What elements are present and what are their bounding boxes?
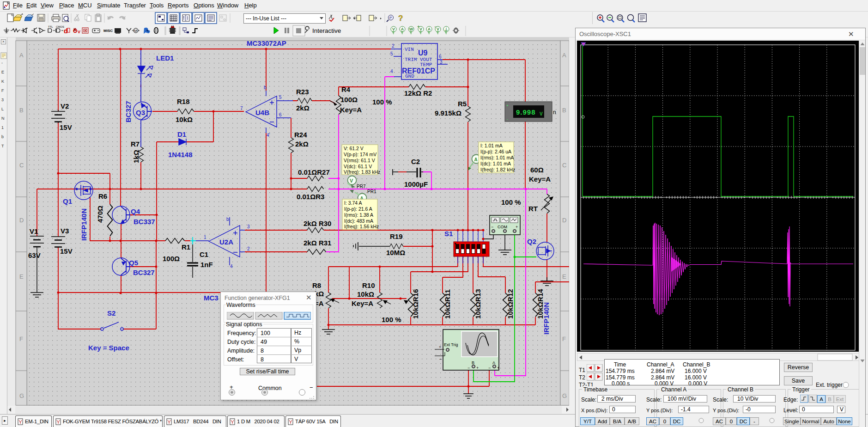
svg-text:9.998: 9.998 <box>516 108 536 116</box>
svg-text:R7: R7 <box>131 140 140 148</box>
svg-text:MISC: MISC <box>103 29 113 33</box>
svg-text:470Ω: 470Ω <box>96 206 104 223</box>
svg-text:1: 1 <box>204 235 206 240</box>
svg-text:V: V <box>78 30 80 34</box>
svg-text:IRFP140N: IRFP140N <box>542 302 550 335</box>
svg-text:-: - <box>1 61 3 65</box>
svg-text:2kΩ: 2kΩ <box>296 104 310 112</box>
svg-text:L: L <box>1 107 4 111</box>
svg-text:1000µF: 1000µF <box>404 180 428 188</box>
svg-text:9.915kΩ: 9.915kΩ <box>435 109 461 117</box>
svg-text:Key=A: Key=A <box>529 175 551 183</box>
svg-text:2: 2 <box>247 246 250 251</box>
svg-text:6: 6 <box>279 112 282 117</box>
svg-text:R18: R18 <box>177 98 190 105</box>
svg-text:BC337: BC337 <box>134 218 155 226</box>
svg-text:Q4: Q4 <box>131 207 140 215</box>
svg-text:3: 3 <box>440 60 443 65</box>
svg-text:5: 5 <box>279 95 282 100</box>
svg-text:V3: V3 <box>61 227 69 235</box>
svg-text:N: N <box>1 116 5 121</box>
svg-text:U4B: U4B <box>255 109 269 116</box>
svg-text:COM: COM <box>498 225 507 229</box>
svg-text:T: T <box>1 144 4 148</box>
svg-text:V: 61.2 V: V: 61.2 V <box>344 146 364 151</box>
svg-text:A: A <box>474 157 478 162</box>
svg-text:PR7: PR7 <box>357 184 366 189</box>
svg-text:P: P <box>389 16 392 20</box>
svg-text:CMOS: CMOS <box>56 25 64 28</box>
svg-text:V(dc): 61.1 V: V(dc): 61.1 V <box>344 164 372 169</box>
svg-text:V: V <box>437 27 439 31</box>
svg-text:100 %: 100 % <box>372 98 392 106</box>
svg-text:C: C <box>562 162 566 169</box>
svg-text:10kΩ: 10kΩ <box>176 116 193 123</box>
svg-text:−: − <box>439 357 442 362</box>
svg-text:Q2: Q2 <box>527 238 536 245</box>
svg-text:Key=A: Key=A <box>352 299 373 307</box>
svg-text:d: d <box>64 27 68 35</box>
svg-text:K: K <box>1 79 4 84</box>
svg-text:b: b <box>264 85 267 90</box>
svg-text:2kΩ R30: 2kΩ R30 <box>303 220 331 227</box>
svg-text:−: − <box>434 24 437 29</box>
svg-text:S2: S2 <box>107 309 115 317</box>
svg-text:R19: R19 <box>390 232 403 240</box>
svg-text:BC327: BC327 <box>124 101 132 122</box>
svg-text:I(dc): 483 mA: I(dc): 483 mA <box>344 218 373 224</box>
svg-text:F: F <box>562 336 566 342</box>
svg-text:I(rms): 1.38 A: I(rms): 1.38 A <box>344 212 373 218</box>
svg-text:10kΩR16: 10kΩR16 <box>412 289 419 319</box>
svg-text:10kΩR13: 10kΩR13 <box>474 289 482 319</box>
svg-text:R1: R1 <box>182 243 190 251</box>
svg-text:−: − <box>491 225 493 229</box>
svg-text:VIN: VIN <box>405 47 414 52</box>
svg-text:I: 3.74 A: I: 3.74 A <box>344 200 362 206</box>
svg-text:PR1: PR1 <box>367 189 376 194</box>
svg-text:100Ω: 100Ω <box>163 255 180 262</box>
svg-text:R4: R4 <box>341 85 351 93</box>
svg-text:?: ? <box>398 14 403 23</box>
svg-text:I: 1.01 mA: I: 1.01 mA <box>480 143 503 148</box>
svg-text:C2: C2 <box>411 158 420 165</box>
svg-text:BC327: BC327 <box>133 268 155 276</box>
svg-text:LED1: LED1 <box>156 54 174 62</box>
svg-text:V1: V1 <box>30 227 38 235</box>
svg-text:10kΩ: 10kΩ <box>357 290 374 298</box>
svg-text:R8: R8 <box>312 281 321 289</box>
svg-text:3: 3 <box>247 224 250 229</box>
svg-text:2kΩ R31: 2kΩ R31 <box>303 239 331 247</box>
svg-text:U9: U9 <box>418 49 428 57</box>
svg-text:D: D <box>562 217 566 224</box>
svg-text:TTL: TTL <box>48 25 53 28</box>
svg-text:B: B <box>19 107 24 114</box>
svg-text:E: E <box>19 273 24 280</box>
svg-text:60Ω: 60Ω <box>530 166 544 174</box>
svg-text:+: + <box>183 15 185 18</box>
svg-text:Q1: Q1 <box>63 197 72 205</box>
svg-text:A: A <box>492 360 495 365</box>
svg-text:V2: V2 <box>61 102 69 110</box>
svg-text:C1: C1 <box>200 250 208 258</box>
svg-text:+: + <box>417 24 419 29</box>
svg-text:−: − <box>467 366 470 370</box>
svg-text:V(rms): 61.1 V: V(rms): 61.1 V <box>344 158 375 163</box>
svg-text:Ext Trig: Ext Trig <box>444 342 458 347</box>
svg-text:MC3: MC3 <box>204 294 219 302</box>
svg-text:b: b <box>1 134 4 139</box>
svg-text:R5: R5 <box>458 100 467 108</box>
svg-text:V(p-p): 174 mV: V(p-p): 174 mV <box>344 152 376 157</box>
svg-text:I(freq): 1.82 kHz: I(freq): 1.82 kHz <box>480 167 515 172</box>
svg-text:I(dc): 1.01 mA: I(dc): 1.01 mA <box>480 161 511 166</box>
svg-text:7: 7 <box>240 106 243 111</box>
svg-text:U2A: U2A <box>219 238 233 246</box>
svg-text:RT: RT <box>528 205 538 213</box>
svg-text:I(freq): 1.56 kHz: I(freq): 1.56 kHz <box>344 224 379 229</box>
svg-text:+: + <box>516 225 518 229</box>
svg-text:GND: GND <box>405 73 414 79</box>
svg-text:15V: 15V <box>60 123 72 131</box>
svg-text:B: B <box>472 360 474 365</box>
svg-text:I(rms): 1.01 mA: I(rms): 1.01 mA <box>480 155 514 160</box>
svg-text:5: 5 <box>390 51 393 56</box>
svg-text:1nF: 1nF <box>200 261 213 268</box>
